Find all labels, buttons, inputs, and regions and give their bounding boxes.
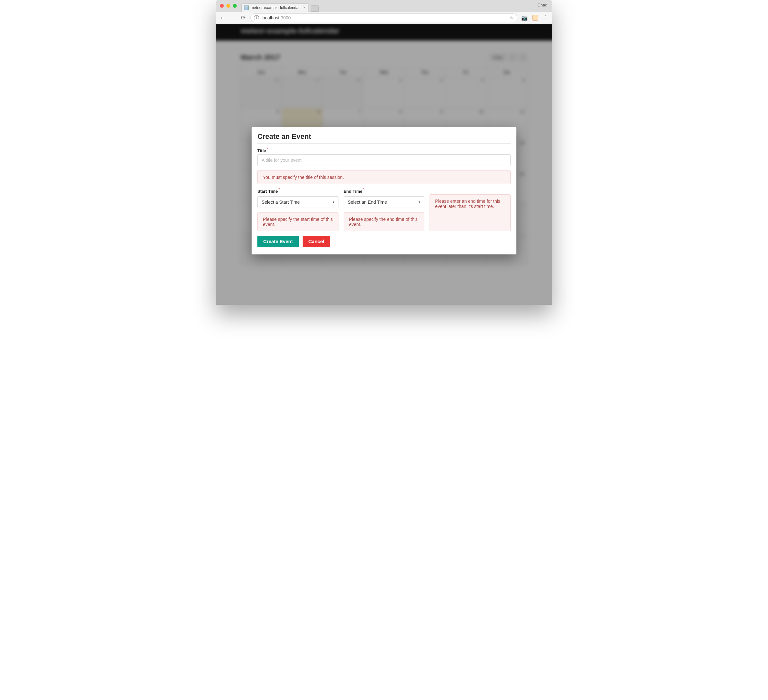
toolbar-right: 📷 ⋮ — [521, 14, 549, 21]
caret-down-icon: ▾ — [333, 200, 334, 204]
caret-down-icon: ▾ — [419, 200, 420, 204]
end-after-start-error-alert: Please enter an end time for this event … — [430, 194, 510, 231]
start-time-error-alert: Please specify the start time of this ev… — [258, 213, 338, 231]
close-window-icon[interactable] — [220, 4, 224, 8]
end-time-select[interactable]: Select an End Time ▾ — [344, 196, 425, 208]
start-time-selected: Select a Start Time — [262, 200, 300, 205]
address-bar[interactable]: i localhost:3000 ☆ — [250, 13, 517, 22]
modal-heading: Create an Event — [258, 133, 510, 141]
end-time-selected: Select an End Time — [348, 200, 387, 205]
title-error-alert: You must specify the title of this sessi… — [258, 171, 510, 184]
window-controls — [220, 4, 237, 8]
profile-name[interactable]: Chad — [538, 3, 547, 7]
back-button[interactable]: ← — [219, 14, 226, 21]
create-event-button[interactable]: Create Event — [258, 236, 299, 247]
divider — [258, 143, 510, 144]
new-tab-button[interactable] — [311, 5, 319, 12]
fullscreen-window-icon[interactable] — [233, 4, 237, 8]
viewport: meteor-example-fullcalendar March 2017 t… — [216, 24, 552, 305]
tab-title: meteor-example-fullcalendar — [251, 5, 300, 10]
modal-overlay[interactable]: Create an Event Title* You must specify … — [216, 24, 552, 305]
avatar-extension-icon[interactable] — [532, 15, 538, 21]
required-icon: * — [267, 147, 268, 151]
start-time-label: Start Time — [258, 189, 278, 194]
titlebar: meteor-example-fullcalendar × Chad — [216, 0, 552, 12]
browser-tab[interactable]: meteor-example-fullcalendar × — [241, 3, 309, 12]
tab-strip: meteor-example-fullcalendar × — [241, 0, 319, 12]
reload-button[interactable]: ⟳ — [240, 14, 246, 21]
required-icon: * — [363, 187, 364, 191]
url-bar: ← → ⟳ i localhost:3000 ☆ 📷 ⋮ — [216, 12, 552, 24]
menu-kebab-icon[interactable]: ⋮ — [542, 14, 549, 21]
forward-button: → — [230, 14, 236, 21]
cancel-button[interactable]: Cancel — [302, 236, 330, 247]
bookmark-star-icon[interactable]: ☆ — [510, 15, 514, 20]
browser-window: meteor-example-fullcalendar × Chad ← → ⟳… — [216, 0, 552, 305]
create-event-modal: Create an Event Title* You must specify … — [251, 127, 517, 254]
minimize-window-icon[interactable] — [226, 4, 230, 8]
title-label: Title — [258, 148, 266, 153]
required-icon: * — [278, 187, 280, 191]
url-text: localhost:3000 — [262, 15, 291, 20]
end-time-error-alert: Please specify the end time of this even… — [344, 213, 425, 231]
site-info-icon[interactable]: i — [254, 15, 259, 20]
start-time-select[interactable]: Select a Start Time ▾ — [258, 196, 338, 208]
favicon-icon — [244, 5, 249, 10]
close-tab-icon[interactable]: × — [303, 5, 306, 10]
camera-extension-icon[interactable]: 📷 — [521, 15, 528, 21]
end-time-label: End Time — [344, 189, 362, 194]
title-input[interactable] — [258, 154, 510, 166]
